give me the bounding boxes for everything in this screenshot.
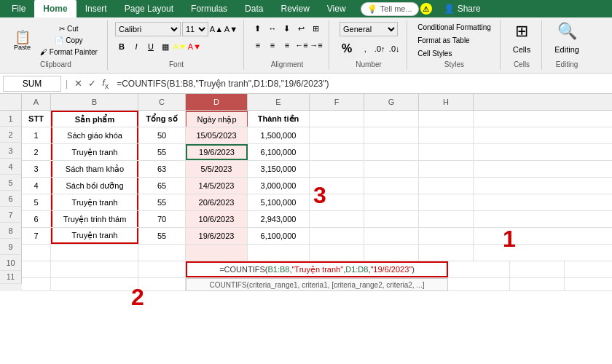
cell-b5[interactable]: Sách bồi dưỡng: [51, 178, 138, 194]
cell-g9[interactable]: [364, 245, 419, 261]
fill-color-button[interactable]: A▼: [173, 40, 187, 53]
cell-h6[interactable]: [419, 194, 474, 210]
cell-g8[interactable]: [364, 228, 419, 244]
wrap-text-button[interactable]: ↩: [295, 22, 308, 35]
cell-f10[interactable]: [510, 261, 565, 277]
cell-b2[interactable]: Sách giáo khóa: [51, 127, 138, 143]
cell-d6[interactable]: 20/6/2023: [186, 194, 248, 210]
cell-h5[interactable]: [419, 178, 474, 194]
col-header-a[interactable]: A: [22, 94, 51, 110]
cells-button[interactable]: Cells: [508, 43, 536, 56]
cell-b7[interactable]: Truyện trinh thám: [51, 211, 138, 227]
cell-f7[interactable]: [310, 211, 364, 227]
cell-b4[interactable]: Sách tham khảo: [51, 161, 138, 177]
cell-c10[interactable]: [138, 261, 186, 277]
cell-h7[interactable]: [419, 211, 474, 227]
editing-button[interactable]: Editing: [549, 43, 584, 56]
cell-c5[interactable]: 65: [138, 178, 186, 194]
formula-input[interactable]: [114, 79, 612, 89]
cell-c2[interactable]: 50: [138, 127, 186, 143]
cell-e7[interactable]: 2,943,000: [248, 211, 310, 227]
font-family-select[interactable]: Calibri: [115, 22, 181, 36]
decrease-indent-button[interactable]: ←≡: [295, 39, 308, 52]
cell-c8[interactable]: 55: [138, 228, 186, 244]
cell-f8[interactable]: [310, 228, 364, 244]
cell-e4[interactable]: 3,150,000: [248, 161, 310, 177]
col-header-d[interactable]: D: [186, 94, 248, 110]
cell-h8[interactable]: [419, 228, 474, 244]
cell-b11[interactable]: [51, 278, 138, 291]
cell-e5[interactable]: 3,000,000: [248, 178, 310, 194]
cell-d8[interactable]: 19/6/2023: [186, 228, 248, 244]
merge-button[interactable]: ⊞: [310, 22, 323, 35]
cell-g5[interactable]: [364, 178, 419, 194]
share-button[interactable]: 👤 Share: [436, 1, 488, 16]
name-box[interactable]: [3, 76, 61, 92]
cell-f4[interactable]: [310, 161, 364, 177]
cell-f3[interactable]: [310, 144, 364, 160]
tab-home[interactable]: Home: [34, 0, 76, 17]
col-header-h[interactable]: H: [419, 94, 474, 110]
cell-a6[interactable]: 5: [22, 194, 51, 210]
copy-button[interactable]: 📄 Copy: [36, 35, 101, 46]
cell-e2[interactable]: 1,500,000: [248, 127, 310, 143]
cell-b9[interactable]: [51, 245, 138, 261]
cell-f9[interactable]: [310, 245, 364, 261]
cell-d1[interactable]: Ngày nhập: [186, 111, 248, 127]
cut-button[interactable]: ✂ Cut: [36, 23, 101, 34]
cell-c3[interactable]: 55: [138, 144, 186, 160]
col-header-b[interactable]: B: [51, 94, 138, 110]
font-color-button[interactable]: A▼: [188, 40, 201, 53]
conditional-formatting-button[interactable]: Conditional Formatting: [415, 22, 494, 33]
number-format-select[interactable]: General: [340, 22, 398, 36]
font-size-select[interactable]: 11: [182, 22, 208, 36]
cell-d9[interactable]: [186, 245, 248, 261]
cell-e11[interactable]: [448, 278, 510, 291]
cell-e8[interactable]: 6,100,000: [248, 228, 310, 244]
cell-c11[interactable]: [138, 278, 186, 291]
cell-c4[interactable]: 63: [138, 161, 186, 177]
cell-e10[interactable]: [448, 261, 510, 277]
cell-b3[interactable]: Truyện tranh: [51, 144, 138, 160]
cell-d7[interactable]: 10/6/2023: [186, 211, 248, 227]
decrease-decimal-button[interactable]: .0↓: [388, 42, 401, 55]
cell-c7[interactable]: 70: [138, 211, 186, 227]
tab-formulas[interactable]: Formulas: [182, 0, 236, 17]
cell-c6[interactable]: 55: [138, 194, 186, 210]
cell-d2[interactable]: 15/05/2023: [186, 127, 248, 143]
underline-button[interactable]: U: [144, 40, 157, 53]
cell-b8[interactable]: Truyện tranh: [51, 228, 138, 244]
cell-a5[interactable]: 4: [22, 178, 51, 194]
cell-g2[interactable]: [364, 127, 419, 143]
cell-a3[interactable]: 2: [22, 144, 51, 160]
col-header-e[interactable]: E: [248, 94, 310, 110]
col-header-c[interactable]: C: [138, 94, 186, 110]
align-middle-button[interactable]: ↔: [266, 22, 279, 35]
row-header-2[interactable]: 2: [0, 127, 22, 143]
cell-a8[interactable]: 7: [22, 228, 51, 244]
confirm-formula-button[interactable]: ✓: [86, 78, 98, 89]
cell-h4[interactable]: [419, 161, 474, 177]
align-bottom-button[interactable]: ⬇: [280, 22, 294, 35]
cell-g7[interactable]: [364, 211, 419, 227]
cell-e6[interactable]: 5,100,000: [248, 194, 310, 210]
tab-file[interactable]: File: [3, 0, 34, 17]
cell-b6[interactable]: Truyện tranh: [51, 194, 138, 210]
cell-a2[interactable]: 1: [22, 127, 51, 143]
cell-f11[interactable]: [510, 278, 565, 291]
cell-f2[interactable]: [310, 127, 364, 143]
cell-a11[interactable]: [22, 278, 51, 291]
cell-a10[interactable]: [22, 261, 51, 277]
cell-d3[interactable]: 19/6/2023: [186, 144, 248, 160]
cell-h3[interactable]: [419, 144, 474, 160]
cell-g6[interactable]: [364, 194, 419, 210]
cancel-formula-button[interactable]: ✕: [72, 78, 85, 89]
cell-styles-button[interactable]: Cell Styles: [415, 48, 455, 59]
col-header-g[interactable]: G: [364, 94, 419, 110]
row-header-8[interactable]: 8: [0, 223, 22, 239]
row-header-3[interactable]: 3: [0, 143, 22, 159]
tab-insert[interactable]: Insert: [76, 0, 116, 17]
format-as-table-button[interactable]: Format as Table: [415, 35, 473, 46]
cell-a1[interactable]: STT: [22, 111, 51, 127]
col-header-f[interactable]: F: [310, 94, 364, 110]
